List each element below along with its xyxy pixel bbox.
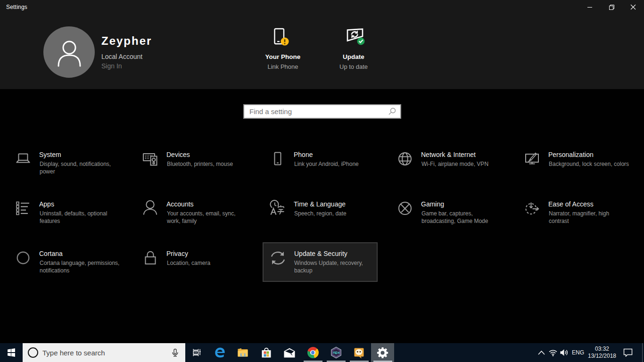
phone-icon — [269, 150, 286, 167]
window-title: Settings — [6, 4, 27, 10]
tile-apps[interactable]: Apps Uninstall, defaults, optional featu… — [8, 193, 123, 232]
speaker-icon — [560, 349, 569, 356]
wifi-tray-button[interactable] — [547, 343, 559, 362]
tile-desc: Your accounts, email, sync, work, family — [167, 210, 252, 225]
discord-button[interactable] — [347, 343, 371, 362]
minimize-icon — [587, 4, 593, 10]
tile-title: Update & Security — [294, 250, 347, 258]
chrome-icon — [307, 347, 319, 358]
devices-icon — [142, 150, 159, 167]
tile-title: Accounts — [166, 200, 194, 208]
tile-system[interactable]: System Display, sound, notifications, po… — [8, 143, 123, 183]
cortana-icon — [28, 347, 38, 358]
tile-desc: Game bar, captures, broadcasting, Game M… — [421, 210, 506, 225]
xbox-icon — [396, 200, 413, 217]
sync-icon — [269, 249, 287, 267]
settings-app-button[interactable] — [371, 343, 394, 362]
wifi-icon — [549, 349, 557, 356]
person-icon — [142, 200, 159, 217]
tile-devices[interactable]: Devices Bluetooth, printers, mouse — [135, 143, 250, 183]
gear-icon — [377, 347, 388, 359]
tile-title: Devices — [166, 151, 190, 159]
tile-desc: Link your Android, iPhone — [294, 160, 379, 168]
file-explorer-icon — [237, 347, 248, 358]
discord-icon — [353, 347, 365, 359]
show-desktop-button[interactable] — [642, 343, 644, 362]
update-status[interactable]: Update Up to date — [316, 26, 391, 70]
tile-icon — [141, 199, 160, 218]
tile-ease-of-access[interactable]: Ease of Access Narrator, magnifier, high… — [517, 193, 632, 232]
tile-icon — [523, 199, 542, 218]
chrome-button[interactable] — [301, 343, 324, 362]
tile-accounts[interactable]: Accounts Your accounts, email, sync, wor… — [135, 193, 250, 232]
user-account-type: Local Account — [101, 53, 142, 60]
windows-logo-icon — [7, 348, 16, 357]
restore-button[interactable] — [601, 0, 622, 14]
minimize-button[interactable] — [579, 0, 601, 14]
close-button[interactable] — [622, 0, 644, 14]
your-phone-title: Your Phone — [245, 53, 321, 60]
tray-date: 13/12/2018 — [588, 353, 616, 360]
edge-icon — [214, 347, 225, 358]
nox-icon — [330, 346, 342, 359]
your-phone-status[interactable]: Your Phone Link Phone — [245, 26, 321, 70]
tile-cortana[interactable]: Cortana Cortana language, permissions, n… — [8, 242, 123, 282]
user-avatar[interactable] — [43, 26, 95, 78]
tile-title: Phone — [294, 151, 313, 159]
windows-update-icon — [346, 26, 367, 46]
tile-network-internet[interactable]: Network & Internet Wi-Fi, airplane mode,… — [390, 143, 505, 183]
action-center-button[interactable] — [618, 343, 638, 362]
laptop-icon — [15, 150, 32, 167]
clock-language-icon — [269, 200, 286, 217]
mail-button[interactable] — [278, 343, 301, 362]
nox-button[interactable] — [324, 343, 347, 362]
tray-overflow-button[interactable] — [536, 343, 547, 362]
chevron-up-icon — [538, 350, 545, 355]
edge-button[interactable] — [208, 343, 231, 362]
tile-time-language[interactable]: Time & Language Speech, region, date — [263, 193, 378, 232]
tile-desc: Uninstall, defaults, optional features — [40, 210, 124, 225]
tile-desc: Display, sound, notifications, power — [40, 160, 124, 176]
taskbar-search[interactable]: Type here to search — [23, 343, 185, 362]
tile-title: Network & Internet — [421, 151, 476, 159]
store-button[interactable] — [255, 343, 278, 362]
tray-time: 03:32 — [595, 346, 609, 353]
tile-title: Time & Language — [294, 200, 346, 208]
start-button[interactable] — [0, 343, 23, 362]
lock-icon — [142, 249, 159, 266]
tile-update-security[interactable]: Update & Security Windows Update, recove… — [263, 242, 378, 282]
file-explorer-button[interactable] — [231, 343, 254, 362]
find-a-setting-search[interactable]: Find a setting — [243, 104, 401, 119]
language-indicator[interactable]: ENG — [570, 343, 586, 362]
your-phone-subtitle: Link Phone — [245, 63, 321, 70]
tile-phone[interactable]: Phone Link your Android, iPhone — [263, 143, 378, 183]
globe-icon — [396, 150, 413, 167]
tile-privacy[interactable]: Privacy Location, camera — [135, 242, 250, 282]
tile-icon — [268, 149, 287, 168]
tile-icon — [268, 248, 287, 267]
tile-icon — [396, 149, 414, 168]
tile-personalization[interactable]: Personalization Background, lock screen,… — [517, 143, 632, 183]
cortana-ring-icon — [15, 249, 32, 266]
tile-gaming[interactable]: Gaming Game bar, captures, broadcasting,… — [390, 193, 505, 232]
tile-desc: Windows Update, recovery, backup — [294, 259, 379, 275]
ease-of-access-icon — [524, 200, 541, 217]
search-placeholder: Find a setting — [249, 107, 388, 115]
taskbar-search-placeholder: Type here to search — [42, 349, 171, 357]
display-brush-icon — [524, 150, 541, 167]
task-view-button[interactable] — [185, 343, 208, 362]
tile-title: Gaming — [421, 200, 444, 208]
tile-icon — [141, 149, 160, 168]
clock[interactable]: 03:32 13/12/2018 — [586, 343, 618, 362]
microphone-icon[interactable] — [171, 348, 180, 357]
volume-tray-button[interactable] — [558, 343, 570, 362]
tile-title: Cortana — [39, 250, 63, 258]
tile-desc: Speech, region, date — [294, 210, 379, 217]
tile-title: System — [39, 151, 61, 159]
sign-in-link[interactable]: Sign In — [101, 62, 122, 70]
store-icon — [260, 346, 272, 359]
desktop: Settings Zeypher Local Account Sign In — [0, 0, 644, 362]
tile-icon — [268, 199, 287, 218]
quick-status-icon — [316, 26, 391, 46]
tile-title: Ease of Access — [548, 200, 594, 208]
